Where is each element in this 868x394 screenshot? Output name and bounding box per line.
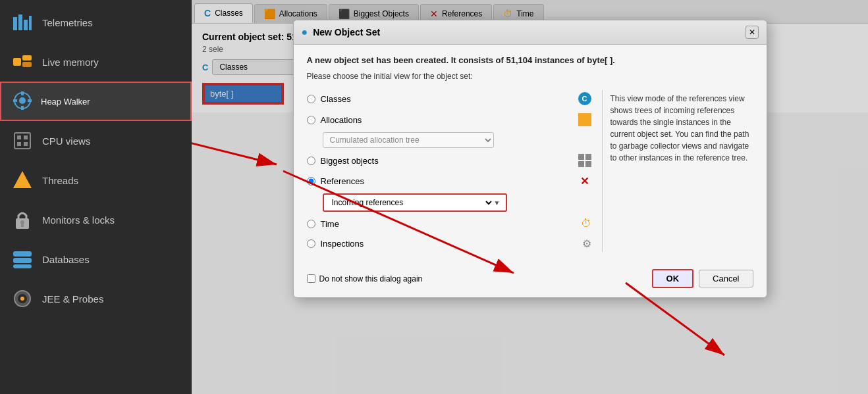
svg-rect-13 bbox=[14, 133, 30, 149]
do-not-show-label: Do not show this dialog again bbox=[319, 274, 423, 283]
dialog-overlay: ● New Object Set ✕ A new object set has … bbox=[192, 0, 868, 394]
option-inspections-left: Inspections bbox=[307, 239, 364, 249]
sidebar-item-live-memory-label: Live memory bbox=[42, 57, 99, 68]
svg-marker-18 bbox=[13, 171, 32, 188]
references-dropdown-row: Incoming references ▼ bbox=[323, 193, 591, 212]
dialog-close-button[interactable]: ✕ bbox=[746, 26, 759, 39]
do-not-show-checkbox[interactable] bbox=[307, 274, 315, 283]
references-dropdown[interactable]: Incoming references ▼ bbox=[323, 193, 507, 212]
dialog-title: ● New Object Set bbox=[302, 26, 381, 38]
svg-rect-16 bbox=[17, 142, 21, 146]
sidebar-item-live-memory[interactable]: Live memory bbox=[0, 42, 192, 82]
telemetries-icon bbox=[11, 11, 34, 34]
svg-rect-24 bbox=[13, 264, 32, 268]
biggest-objects-icon bbox=[578, 154, 591, 167]
radio-inspections[interactable] bbox=[307, 239, 315, 248]
allocations-icon bbox=[578, 113, 591, 126]
databases-icon bbox=[11, 247, 34, 271]
sidebar-item-cpu-views[interactable]: CPU views bbox=[0, 121, 192, 160]
references-icon: ✕ bbox=[578, 175, 591, 187]
sidebar-item-threads-label: Threads bbox=[42, 175, 78, 186]
sidebar-item-telemetries-label: Telemetries bbox=[42, 17, 93, 28]
svg-rect-2 bbox=[24, 20, 28, 30]
dropdown-chevron-icon: ▼ bbox=[494, 199, 501, 207]
option-time: Time ⏱ bbox=[307, 216, 591, 232]
option-references: References ✕ bbox=[307, 173, 591, 189]
svg-rect-22 bbox=[13, 251, 32, 257]
radio-time[interactable] bbox=[307, 220, 315, 228]
svg-rect-21 bbox=[21, 224, 24, 227]
option-classes: Classes C bbox=[307, 90, 591, 107]
dialog-title-text: New Object Set bbox=[313, 27, 380, 37]
dialog-close-icon: ✕ bbox=[749, 28, 755, 37]
dialog-description-text: This view mode of the references view sh… bbox=[610, 94, 749, 162]
option-biggest-objects-label: Biggest objects bbox=[321, 156, 379, 166]
sidebar-item-heap-walker-label: Heap Walker bbox=[41, 97, 90, 107]
ok-button[interactable]: OK bbox=[652, 269, 694, 288]
incoming-refs-select[interactable]: Incoming references bbox=[329, 197, 494, 208]
svg-point-27 bbox=[20, 297, 24, 301]
classes-icon: C bbox=[578, 92, 591, 105]
sidebar-item-cpu-views-label: CPU views bbox=[42, 135, 90, 147]
dialog-titlebar: ● New Object Set ✕ bbox=[294, 20, 767, 45]
option-inspections-label: Inspections bbox=[321, 239, 364, 249]
sidebar: Telemetries Live memory Heap Walker bbox=[0, 0, 192, 394]
dialog-footer: Do not show this dialog again OK Cancel bbox=[294, 262, 767, 297]
radio-references[interactable] bbox=[307, 177, 315, 185]
svg-rect-5 bbox=[22, 55, 32, 61]
alloc-tree-select[interactable]: Cumulated allocation tree bbox=[323, 132, 494, 148]
radio-allocations[interactable] bbox=[307, 116, 315, 124]
svg-rect-1 bbox=[18, 14, 22, 30]
option-classes-label: Classes bbox=[321, 94, 351, 104]
svg-rect-4 bbox=[13, 58, 21, 66]
new-object-set-dialog: ● New Object Set ✕ A new object set has … bbox=[293, 20, 767, 298]
svg-rect-17 bbox=[24, 142, 28, 146]
sidebar-item-databases-label: Databases bbox=[42, 254, 90, 265]
option-inspections: Inspections ⚙ bbox=[307, 235, 591, 252]
svg-rect-6 bbox=[22, 62, 32, 67]
dialog-description: This view mode of the references view sh… bbox=[602, 90, 753, 252]
svg-rect-14 bbox=[17, 135, 21, 139]
dialog-headline: A new object set has been created. It co… bbox=[307, 55, 753, 65]
alloc-dropdown-row: Cumulated allocation tree bbox=[323, 132, 591, 148]
dialog-main: Classes C Allocations bbox=[307, 90, 753, 252]
cpu-views-icon bbox=[11, 129, 34, 153]
svg-rect-9 bbox=[21, 91, 24, 95]
dialog-options: Classes C Allocations bbox=[307, 90, 591, 252]
radio-classes[interactable] bbox=[307, 95, 315, 103]
sidebar-item-databases[interactable]: Databases bbox=[0, 239, 192, 279]
svg-rect-11 bbox=[13, 99, 17, 102]
dialog-body: A new object set has been created. It co… bbox=[294, 45, 767, 262]
heap-walker-icon bbox=[12, 90, 33, 113]
sidebar-item-monitors-locks-label: Monitors & locks bbox=[42, 214, 115, 226]
time-icon: ⏱ bbox=[581, 218, 591, 230]
sidebar-item-threads[interactable]: Threads bbox=[0, 160, 192, 200]
monitors-locks-icon bbox=[11, 208, 34, 232]
svg-rect-12 bbox=[28, 99, 32, 102]
dialog-title-icon: ● bbox=[302, 26, 308, 38]
option-references-label: References bbox=[321, 176, 364, 186]
option-allocations-label: Allocations bbox=[321, 115, 362, 125]
threads-icon bbox=[11, 168, 34, 192]
option-biggest-objects: Biggest objects bbox=[307, 152, 591, 169]
svg-point-8 bbox=[19, 97, 26, 104]
sidebar-item-monitors-locks[interactable]: Monitors & locks bbox=[0, 200, 192, 239]
sidebar-item-jee-probes-label: JEE & Probes bbox=[42, 293, 103, 305]
svg-rect-0 bbox=[13, 17, 17, 30]
do-not-show-row: Do not show this dialog again bbox=[307, 274, 423, 283]
option-time-label: Time bbox=[321, 219, 339, 229]
svg-rect-15 bbox=[24, 135, 28, 139]
jee-probes-icon bbox=[11, 287, 34, 310]
option-references-left: References bbox=[307, 176, 364, 186]
option-biggest-objects-left: Biggest objects bbox=[307, 156, 379, 166]
sidebar-item-jee-probes[interactable]: JEE & Probes bbox=[0, 279, 192, 318]
sidebar-item-telemetries[interactable]: Telemetries bbox=[0, 3, 192, 42]
cancel-button[interactable]: Cancel bbox=[699, 270, 753, 287]
live-memory-icon bbox=[11, 50, 34, 74]
radio-biggest-objects[interactable] bbox=[307, 157, 315, 165]
sidebar-item-heap-walker[interactable]: Heap Walker bbox=[0, 82, 192, 121]
inspections-icon: ⚙ bbox=[582, 237, 591, 250]
svg-rect-10 bbox=[21, 106, 24, 110]
option-time-left: Time bbox=[307, 219, 339, 229]
main-content: C Classes 🟧 Allocations ⬛ Biggest Object… bbox=[192, 0, 868, 394]
